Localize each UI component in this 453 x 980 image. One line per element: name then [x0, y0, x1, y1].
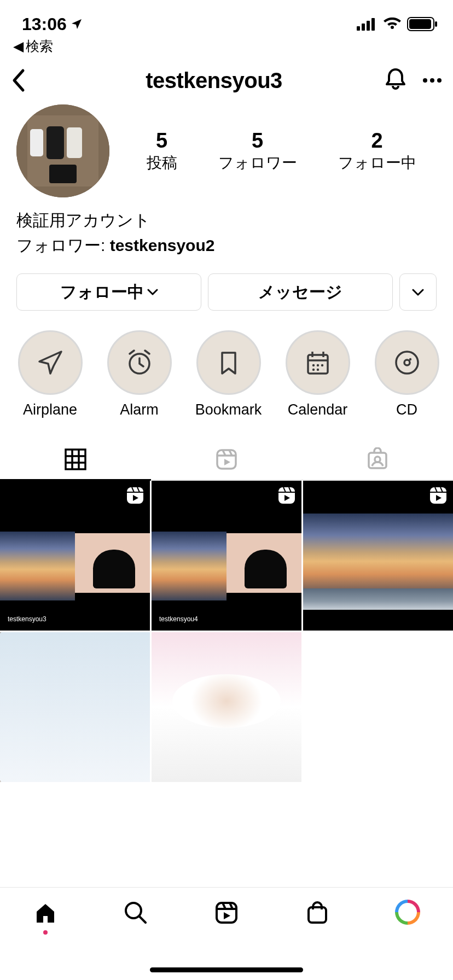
svg-point-23	[396, 352, 418, 374]
profile-username: testkensyou3	[44, 68, 384, 93]
svg-rect-32	[430, 487, 446, 504]
tab-tagged[interactable]	[302, 439, 453, 480]
following-button-label: フォロー中	[60, 281, 144, 304]
reel-badge-icon	[429, 486, 448, 505]
tab-reels[interactable]	[151, 439, 302, 480]
profile-bio: 検証用アカウント フォロワー: testkensyou2	[0, 197, 453, 262]
search-icon	[123, 900, 149, 926]
battery-icon	[407, 17, 438, 31]
followed-by-name: testkensyou2	[110, 236, 215, 254]
message-button[interactable]: メッセージ	[208, 273, 393, 311]
stat-following[interactable]: 2 フォロー中	[338, 129, 416, 173]
highlight-calendar[interactable]: Calendar	[281, 330, 355, 418]
suggested-users-button[interactable]	[399, 273, 437, 311]
back-triangle-icon: ◀	[13, 38, 24, 54]
highlight-bookmark[interactable]: Bookmark	[191, 330, 265, 418]
svg-rect-3	[371, 18, 375, 31]
status-time: 13:06	[22, 14, 83, 34]
highlight-label: Airplane	[13, 401, 87, 418]
svg-point-18	[312, 364, 314, 366]
highlight-label: Bookmark	[191, 401, 265, 418]
svg-rect-6	[435, 21, 437, 27]
story-highlights[interactable]: Airplane Alarm Bookmark Calendar CD	[0, 311, 453, 428]
airplane-icon	[35, 347, 66, 378]
return-app-label: 検索	[26, 37, 53, 55]
svg-rect-34	[217, 903, 236, 923]
svg-rect-1	[362, 24, 365, 31]
reel-badge-icon	[126, 486, 144, 505]
nav-reels[interactable]	[181, 900, 272, 926]
return-to-app[interactable]: ◀ 検索	[0, 37, 453, 55]
svg-point-21	[312, 369, 314, 371]
stat-followers-count: 5	[218, 129, 297, 153]
highlight-cd[interactable]: CD	[370, 330, 444, 418]
post-caption: testkensyou3	[8, 615, 47, 623]
svg-rect-26	[66, 450, 85, 469]
svg-rect-14	[30, 129, 43, 156]
stat-posts[interactable]: 5 投稿	[147, 129, 177, 173]
tab-grid[interactable]	[0, 439, 151, 480]
svg-point-25	[409, 358, 411, 360]
post-thumbnail[interactable]	[303, 481, 453, 631]
chevron-left-icon	[11, 68, 27, 92]
following-button[interactable]: フォロー中	[16, 273, 201, 311]
time-text: 13:06	[22, 14, 67, 34]
nav-shop[interactable]	[272, 900, 363, 926]
highlight-alarm[interactable]: Alarm	[102, 330, 176, 418]
post-caption: testkensyou4	[159, 615, 198, 623]
highlight-label: Calendar	[281, 401, 355, 418]
bookmark-icon	[213, 347, 244, 378]
post-thumbnail[interactable]	[0, 632, 150, 782]
followed-by-prefix: フォロワー:	[16, 236, 110, 254]
svg-rect-12	[47, 126, 64, 159]
reels-icon	[213, 900, 240, 926]
post-thumbnail[interactable]: testkensyou4	[152, 481, 301, 631]
shop-icon	[304, 900, 330, 926]
stat-followers[interactable]: 5 フォロワー	[218, 129, 297, 173]
dots-icon	[422, 78, 442, 83]
post-thumbnail[interactable]: testkensyou3	[0, 481, 150, 631]
back-button[interactable]	[11, 68, 44, 92]
nav-profile[interactable]	[362, 900, 453, 925]
posts-grid: testkensyou3 testkensyou4	[0, 481, 453, 782]
avatar[interactable]	[16, 104, 109, 197]
stat-followers-label: フォロワー	[218, 153, 297, 173]
bell-icon	[384, 67, 407, 91]
svg-rect-35	[309, 907, 326, 923]
chevron-down-icon	[412, 288, 424, 296]
svg-rect-28	[369, 453, 386, 468]
svg-rect-0	[357, 26, 360, 31]
svg-rect-31	[278, 487, 295, 504]
highlight-airplane[interactable]: Airplane	[13, 330, 87, 418]
reel-badge-icon	[277, 486, 296, 505]
svg-rect-5	[409, 19, 431, 29]
stat-following-count: 2	[338, 129, 416, 153]
highlight-label: Alarm	[102, 401, 176, 418]
notification-dot	[43, 930, 48, 935]
nav-search[interactable]	[91, 900, 182, 926]
alarm-icon	[124, 347, 155, 378]
svg-rect-30	[127, 487, 143, 504]
avatar-image	[16, 104, 109, 197]
grid-icon	[63, 447, 88, 471]
message-button-label: メッセージ	[258, 281, 342, 304]
svg-point-20	[321, 364, 323, 366]
home-icon	[32, 900, 59, 926]
followed-by[interactable]: フォロワー: testkensyou2	[16, 234, 437, 258]
stat-following-label: フォロー中	[338, 153, 416, 173]
profile-action-buttons: フォロー中 メッセージ	[0, 262, 453, 311]
highlight-label: CD	[370, 401, 444, 418]
post-thumbnail[interactable]	[152, 632, 301, 782]
nav-home[interactable]	[0, 900, 91, 935]
stat-posts-label: 投稿	[147, 153, 177, 173]
wifi-icon	[383, 18, 402, 31]
notifications-button[interactable]	[384, 67, 407, 94]
svg-rect-27	[217, 450, 236, 469]
content-tabs	[0, 439, 453, 480]
display-name: 検証用アカウント	[16, 208, 437, 232]
profile-header: testkensyou3	[0, 55, 453, 99]
location-icon	[70, 18, 83, 31]
home-indicator[interactable]	[150, 967, 303, 972]
more-options-button[interactable]	[422, 75, 442, 85]
cellular-icon	[357, 18, 378, 31]
